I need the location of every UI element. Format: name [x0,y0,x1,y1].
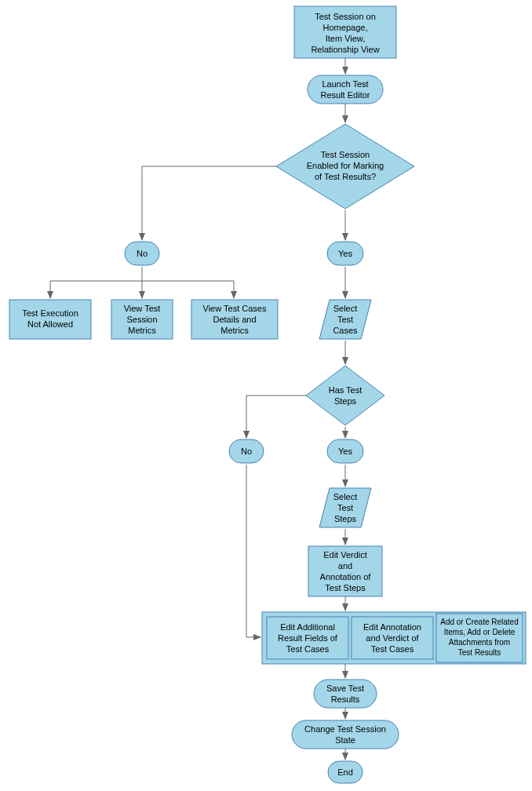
node-view-testcase-details: View Test Cases Details and Metrics [191,300,278,339]
svg-text:Enabled for Marking: Enabled for Marking [307,161,384,170]
node-end: End [328,761,363,783]
svg-text:Steps: Steps [334,514,357,523]
svg-text:Edit Additional: Edit Additional [280,622,335,632]
node-yes-2: Yes [327,439,363,463]
svg-text:View Test: View Test [124,304,161,313]
svg-text:Test: Test [337,315,353,324]
svg-text:Metrics: Metrics [128,326,156,335]
svg-text:State: State [335,735,355,745]
node-exec-not-allowed: Test Execution Not Allowed [9,300,91,339]
svg-text:Launch Test: Launch Test [322,79,368,89]
node-edit-verdict-steps: Edit Verdict and Annotation of Test Step… [308,546,382,596]
node-save-results: Save Test Results [314,680,377,708]
svg-text:No: No [241,447,252,456]
node-select-cases: Select Test Cases [319,300,371,339]
node-no-2: No [229,439,264,463]
node-yes-1: Yes [327,242,363,265]
node-view-session-metrics: View Test Session Metrics [111,300,173,339]
svg-text:Details and: Details and [213,315,256,324]
svg-text:Not Allowed: Not Allowed [27,319,73,329]
svg-text:Edit Verdict: Edit Verdict [323,550,367,560]
flowchart-diagram: Test Session on Homepage, Item View, Rel… [0,0,532,791]
node-decision-has-steps: Has Test Steps [306,366,384,425]
svg-text:Test Execution: Test Execution [22,308,78,318]
svg-text:End: End [337,767,353,777]
svg-text:No: No [137,249,148,258]
node-subprocess-container: Edit Additional Result Fields of Test Ca… [262,612,526,664]
svg-text:Session: Session [126,315,157,324]
svg-text:Cases: Cases [333,326,358,335]
node-select-steps: Select Test Steps [319,488,371,527]
svg-text:Test Session: Test Session [321,150,370,159]
svg-text:Item View,: Item View, [326,34,366,43]
svg-text:View Test Cases: View Test Cases [203,304,267,313]
svg-text:Test: Test [337,503,353,512]
svg-text:Select: Select [333,304,358,313]
svg-text:Select: Select [333,492,358,501]
node-change-state: Change Test Session State [292,720,399,749]
node-start: Test Session on Homepage, Item View, Rel… [294,6,396,58]
svg-text:Test Results: Test Results [458,648,501,657]
svg-text:and: and [338,561,352,570]
svg-text:Annotation of: Annotation of [320,572,372,581]
svg-text:of Test Results?: of Test Results? [315,172,376,181]
svg-text:Metrics: Metrics [220,326,249,335]
svg-text:Has Test: Has Test [329,385,363,395]
node-launch: Launch Test Result Editor [308,75,383,104]
svg-text:Yes: Yes [338,249,352,258]
node-decision-enabled: Test Session Enabled for Marking of Test… [276,124,414,209]
svg-text:Test Session on: Test Session on [315,12,376,21]
svg-text:Add or Create Related: Add or Create Related [440,618,519,626]
svg-text:Edit Annotation: Edit Annotation [363,622,421,632]
svg-text:Test Steps: Test Steps [325,583,366,592]
svg-text:Change Test Session: Change Test Session [304,724,386,734]
svg-text:Attachments from: Attachments from [449,638,510,647]
svg-text:and Verdict of: and Verdict of [366,633,419,643]
svg-text:Result Fields of: Result Fields of [278,633,338,643]
node-no-1: No [125,242,159,265]
svg-text:Test Cases: Test Cases [371,644,414,654]
svg-text:Test Cases: Test Cases [286,644,330,654]
svg-text:Relationship View: Relationship View [311,45,379,54]
svg-text:Save Test: Save Test [326,683,364,693]
svg-text:Items, Add or Delete: Items, Add or Delete [444,628,516,636]
svg-text:Yes: Yes [338,447,352,456]
svg-text:Homepage,: Homepage, [323,23,368,32]
svg-text:Result Editor: Result Editor [321,90,370,100]
svg-text:Results: Results [331,694,360,704]
svg-text:Steps: Steps [334,396,357,406]
